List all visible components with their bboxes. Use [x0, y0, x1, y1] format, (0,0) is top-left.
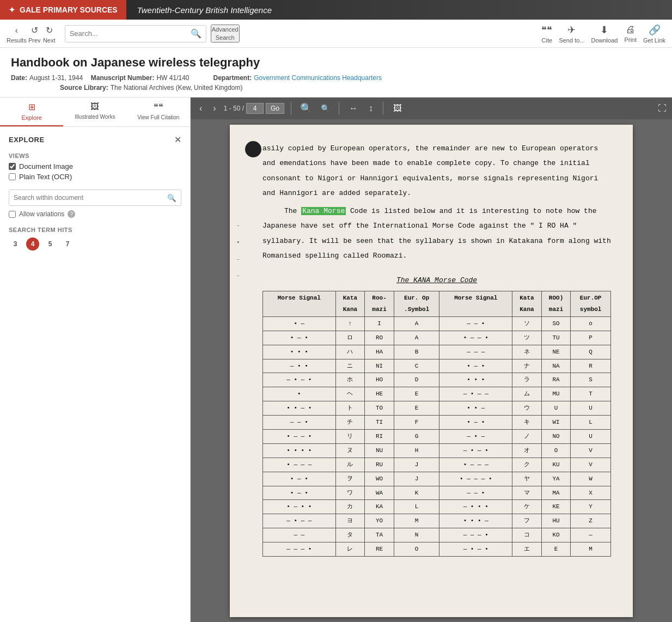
table-cell: L	[571, 416, 611, 430]
allow-variations-checkbox[interactable]	[9, 211, 16, 218]
table-cell: E	[394, 401, 439, 416]
hit-badge-4[interactable]: 4	[26, 237, 39, 251]
fit-width-button[interactable]: ↔	[346, 102, 361, 114]
table-cell: Z	[571, 514, 611, 528]
sidebar-title: EXPLORE	[9, 136, 45, 144]
table-cell: • • —	[439, 401, 512, 416]
next-button[interactable]: ↻	[42, 24, 56, 37]
print-button[interactable]: 🖨 Print	[624, 24, 637, 43]
table-cell: G	[394, 429, 439, 443]
document-viewer: ‹ › 1 - 50 / Go 🔍 🔍 ↔ ↕ 🖼 ⛶	[191, 97, 672, 622]
table-cell: NI	[365, 359, 394, 373]
table-cell: RI	[365, 429, 394, 443]
department-link[interactable]: Government Communications Headquarters	[254, 74, 382, 82]
table-cell: ト	[335, 401, 365, 416]
table-cell: — — •	[439, 316, 512, 331]
main-search-box[interactable]: 🔍	[65, 25, 206, 42]
sidebar-close-button[interactable]: ✕	[174, 135, 181, 145]
table-cell: ヤ	[512, 472, 542, 486]
table-cell: ↑	[335, 316, 365, 331]
table-cell: — • — •	[263, 373, 336, 387]
table-header-row: Morse Signal KataKana Roo-mazi Eur. Op.S…	[263, 291, 611, 317]
plain-text-option[interactable]: Plain Text (OCR)	[9, 173, 181, 181]
table-cell: • • — •	[263, 401, 336, 416]
table-cell: ヌ	[335, 443, 365, 458]
table-cell: コ	[512, 528, 542, 542]
hit-badge-5[interactable]: 5	[44, 237, 57, 251]
page-number-input[interactable]	[246, 103, 264, 114]
table-cell: WO	[365, 472, 394, 486]
go-button[interactable]: Go	[266, 103, 284, 114]
help-icon[interactable]: ?	[68, 210, 75, 218]
sidebar-tabs: ⊞ Explore 🖼 Illustrated Works ❝❝ View Fu…	[0, 97, 190, 127]
inner-search-button[interactable]: 🔍	[167, 194, 176, 202]
brand-star: ✦	[9, 5, 15, 14]
download-button[interactable]: ⬇ Download	[591, 24, 618, 44]
fit-height-button[interactable]: ↕	[365, 102, 376, 114]
image-view-button[interactable]: 🖼	[390, 102, 405, 114]
table-cell: ヨ	[335, 514, 365, 528]
top-header: ✦ GALE PRIMARY SOURCES Twentieth-Century…	[0, 0, 672, 20]
tab-citation[interactable]: ❝❝ View Full Citation	[127, 97, 190, 126]
viewer-prev-button[interactable]: ‹	[196, 102, 205, 114]
table-cell: オ	[512, 443, 542, 458]
main-search-input[interactable]	[70, 29, 191, 38]
hit-badge-3[interactable]: 3	[9, 237, 22, 251]
expand-button[interactable]: ⛶	[658, 103, 667, 113]
table-cell: TO	[365, 401, 394, 416]
table-cell: • — — —	[439, 458, 512, 472]
zoom-out-button[interactable]: 🔍	[319, 103, 332, 114]
allow-variations-label[interactable]: Allow variations	[19, 210, 64, 218]
table-cell: リ	[335, 429, 365, 443]
table-cell: タ	[335, 528, 365, 542]
table-cell: ネ	[512, 345, 542, 359]
table-cell: J	[394, 458, 439, 472]
main-search-button[interactable]: 🔍	[191, 28, 201, 39]
table-cell: ハ	[335, 345, 365, 359]
table-cell: ホ	[335, 373, 365, 387]
document-image-checkbox[interactable]	[9, 163, 16, 170]
hit-badge-7[interactable]: 7	[61, 237, 74, 251]
table-cell: • — — — •	[439, 472, 512, 486]
table-cell: M	[394, 514, 439, 528]
plain-text-label[interactable]: Plain Text (OCR)	[19, 173, 72, 181]
page-indicator: 1 - 50 / Go	[224, 103, 284, 114]
inner-search-input[interactable]	[14, 194, 167, 202]
inner-search-box[interactable]: 🔍	[9, 190, 181, 206]
tab-illustrated-works[interactable]: 🖼 Illustrated Works	[63, 97, 126, 126]
table-cell: O	[394, 542, 439, 557]
table-cell: フ	[512, 514, 542, 528]
citation-icon: ❝❝	[154, 102, 163, 112]
table-cell: KU	[541, 458, 571, 472]
zoom-in-button[interactable]: 🔍	[298, 101, 314, 115]
explore-icon: ⊞	[28, 102, 35, 112]
table-row: • • •ハHAB— — —ネNEQ	[263, 345, 611, 359]
cite-button[interactable]: ❝❝ Cite	[541, 24, 552, 44]
source-value: The National Archives (Kew, United Kingd…	[111, 84, 243, 92]
table-cell: KE	[541, 500, 571, 514]
table-cell: • • • •	[263, 443, 336, 458]
table-cell: ヘ	[335, 387, 365, 401]
table-cell: P	[571, 331, 611, 345]
send-to-button[interactable]: ✈ Send to...	[559, 24, 584, 44]
table-cell: NU	[365, 443, 394, 458]
toolbar-actions: ❝❝ Cite ✈ Send to... ⬇ Download 🖨 Print …	[541, 24, 665, 44]
table-cell: • • • —	[439, 514, 512, 528]
document-image-label[interactable]: Document Image	[19, 162, 73, 170]
get-link-button[interactable]: 🔗 Get Link	[643, 24, 665, 44]
allow-variations-row: Allow variations ?	[9, 210, 181, 218]
table-cell: WI	[541, 416, 571, 430]
prev-button[interactable]: ↺	[28, 24, 41, 37]
document-image-option[interactable]: Document Image	[9, 162, 181, 170]
kana-morse-table: Morse Signal KataKana Roo-mazi Eur. Op.S…	[262, 291, 611, 557]
tab-explore[interactable]: ⊞ Explore	[0, 97, 63, 126]
advanced-search-button[interactable]: Advanced Search	[211, 25, 240, 42]
table-cell: S	[571, 373, 611, 387]
viewer-toolbar: ‹ › 1 - 50 / Go 🔍 🔍 ↔ ↕ 🖼 ⛶	[191, 97, 672, 119]
viewer-next-button[interactable]: ›	[210, 102, 219, 114]
table-cell: ヲ	[335, 472, 365, 486]
table-cell: — • •	[263, 359, 336, 373]
back-button[interactable]: ‹	[12, 24, 21, 37]
plain-text-checkbox[interactable]	[9, 173, 16, 180]
table-cell: NE	[541, 345, 571, 359]
